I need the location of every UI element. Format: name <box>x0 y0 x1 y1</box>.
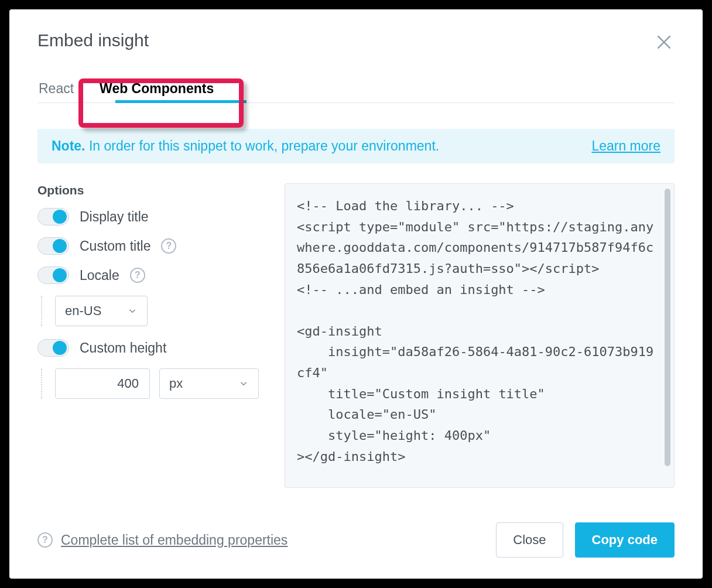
option-custom-height: Custom height <box>37 339 273 357</box>
learn-more-link[interactable]: Learn more <box>591 138 660 154</box>
option-label: Custom height <box>80 340 166 356</box>
dialog-title: Embed insight <box>37 30 675 50</box>
copy-code-button[interactable]: Copy code <box>575 522 675 558</box>
note-banner: Note. In order for this snippet to work,… <box>37 129 675 163</box>
options-panel: Options Display title Custom title ? Loc… <box>37 183 273 488</box>
option-label: Custom title <box>80 238 150 254</box>
chevron-down-icon <box>127 306 138 316</box>
tab-web-components[interactable]: Web Components <box>98 76 224 102</box>
toggle-locale[interactable] <box>37 266 69 284</box>
option-custom-title: Custom title ? <box>37 237 273 255</box>
embed-insight-dialog: Embed insight React Web Components Note.… <box>9 9 703 579</box>
option-locale: Locale ? <box>37 266 273 284</box>
toggle-display-title[interactable] <box>37 208 69 225</box>
note-label: Note. <box>52 138 85 153</box>
close-icon[interactable] <box>655 33 673 52</box>
note-text: Note. In order for this snippet to work,… <box>52 138 439 154</box>
embedding-properties-link[interactable]: Complete list of embedding properties <box>61 532 287 548</box>
tabs: React Web Components <box>37 76 675 103</box>
toggle-custom-title[interactable] <box>37 237 69 255</box>
option-label: Locale <box>80 268 119 283</box>
chevron-down-icon <box>238 378 249 389</box>
help-icon[interactable]: ? <box>161 238 176 254</box>
dialog-footer: ? Complete list of embedding properties … <box>37 522 675 558</box>
height-unit-value: px <box>169 376 183 391</box>
code-snippet[interactable]: <!-- Load the library... --> <script typ… <box>285 183 675 488</box>
help-icon[interactable]: ? <box>37 532 53 548</box>
note-body: In order for this snippet to work, prepa… <box>85 138 440 153</box>
height-unit-select[interactable]: px <box>159 368 259 399</box>
option-display-title: Display title <box>37 208 273 225</box>
options-heading: Options <box>37 183 273 197</box>
option-label: Display title <box>80 209 149 225</box>
tab-react[interactable]: React <box>37 76 84 102</box>
close-button[interactable]: Close <box>496 522 563 558</box>
help-icon[interactable]: ? <box>130 268 145 283</box>
toggle-custom-height[interactable] <box>37 339 69 357</box>
tab-active-underline <box>115 100 247 103</box>
locale-select[interactable]: en-US <box>55 296 148 326</box>
locale-value: en-US <box>65 303 101 319</box>
custom-height-input[interactable] <box>55 368 150 399</box>
scrollbar-thumb[interactable] <box>665 189 670 466</box>
